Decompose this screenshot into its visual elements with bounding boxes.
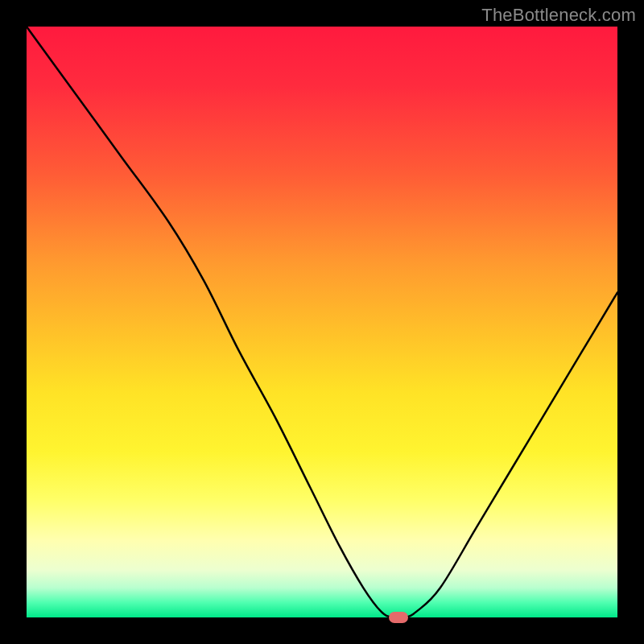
optimum-marker bbox=[389, 612, 408, 623]
bottleneck-curve bbox=[27, 27, 617, 617]
plot-area bbox=[27, 27, 617, 617]
watermark-text: TheBottleneck.com bbox=[481, 5, 636, 26]
chart-frame: TheBottleneck.com bbox=[0, 0, 644, 644]
